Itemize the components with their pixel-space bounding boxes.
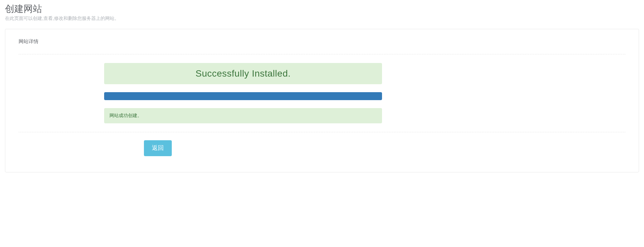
page-title: 创建网站 bbox=[5, 3, 639, 15]
panel-section-title: 网站详情 bbox=[19, 38, 625, 45]
details-panel: 网站详情 Successfully Installed. 网站成功创建。 返回 bbox=[5, 29, 639, 172]
install-status-alert: Successfully Installed. bbox=[104, 63, 382, 84]
button-row: 返回 bbox=[144, 140, 625, 156]
content-column: Successfully Installed. 网站成功创建。 bbox=[104, 63, 382, 123]
divider bbox=[19, 132, 625, 132]
progress-bar bbox=[104, 92, 382, 100]
page-subtitle: 在此页面可以创建,查看,修改和删除您服务器上的网站。 bbox=[5, 15, 639, 22]
page-header: 创建网站 在此页面可以创建,查看,修改和删除您服务器上的网站。 bbox=[5, 3, 639, 22]
divider bbox=[19, 54, 625, 54]
create-success-alert: 网站成功创建。 bbox=[104, 108, 382, 123]
back-button[interactable]: 返回 bbox=[144, 140, 172, 156]
